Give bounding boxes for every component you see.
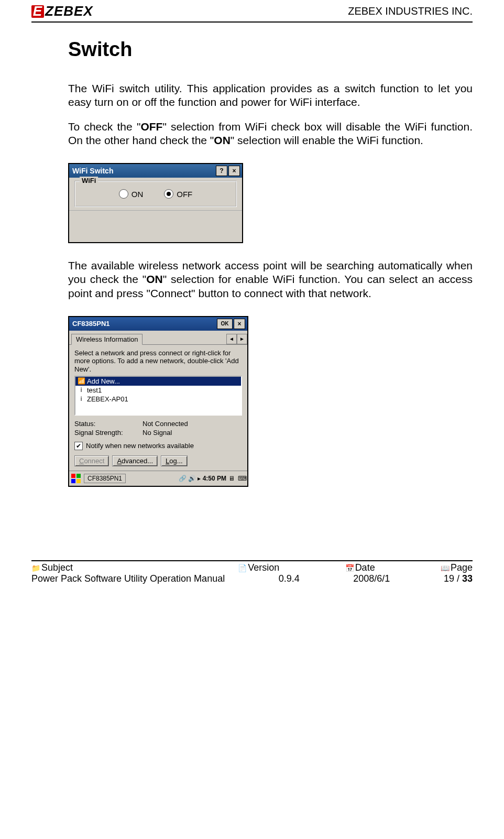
wifi-switch-dialog: WiFi Switch ? × WiFi ON OFF (68, 163, 243, 243)
wireless-titlebar: CF8385PN1 OK × (69, 317, 247, 331)
footer-rule (31, 560, 473, 561)
footer-date-label: Date (355, 562, 375, 573)
notify-label: Notify when new networks available (86, 442, 194, 450)
signal-label: Signal Strength: (74, 429, 143, 437)
para-1: The WiFi switch utility. This applicatio… (68, 82, 473, 110)
status-label: Status: (74, 420, 143, 428)
list-item[interactable]: i test1 (75, 386, 241, 395)
footer-page-cur: 19 (444, 573, 454, 584)
clock: 4:50 PM (203, 475, 226, 482)
list-item[interactable]: i ZEBEX-AP01 (75, 395, 241, 404)
list-item-add-new[interactable]: 📶 Add New... (75, 377, 241, 386)
signal-icon: i (78, 386, 85, 394)
antenna-icon: 📶 (78, 377, 85, 385)
tab-strip: Wireless Information ◄ ► (69, 331, 247, 345)
signal-row: Signal Strength: No Signal (74, 429, 242, 437)
connect-button[interactable]: CConnectonnect (74, 455, 109, 466)
company-name: ZEBEX INDUSTRIES INC. (348, 5, 473, 17)
volume-tray-icon[interactable]: 🔊 (188, 475, 195, 482)
tab-left-arrow-icon[interactable]: ◄ (226, 334, 237, 344)
tab-scroll: ◄ ► (226, 334, 247, 344)
footer-version-label: Version (248, 562, 279, 573)
para-2-off: OFF (140, 121, 162, 133)
para-2-e: " selection will enable the WiFi functio… (231, 134, 423, 146)
radio-dot-icon (167, 192, 171, 196)
ok-button[interactable]: OK (217, 319, 233, 329)
page-title: Switch (68, 38, 473, 61)
dialog-titlebar: WiFi Switch ? × (69, 164, 242, 178)
help-button[interactable]: ? (216, 166, 227, 176)
start-flag-icon[interactable] (71, 474, 81, 483)
footer-page-sep: / (454, 573, 462, 584)
footer-date: 2008/6/1 (353, 573, 390, 584)
close-button[interactable]: × (228, 166, 240, 176)
wireless-title: CF8385PN1 (72, 320, 110, 328)
logo: E ZEBEX (31, 3, 93, 19)
notify-checkbox[interactable]: ✔ (74, 442, 83, 450)
header-rule (31, 21, 473, 23)
para-2-on: ON (214, 134, 231, 146)
radio-on[interactable]: ON (119, 189, 144, 199)
list-item-label: test1 (87, 386, 102, 394)
notify-row[interactable]: ✔ Notify when new networks available (74, 442, 242, 450)
footer-labels: 📁Subject 📄Version 📅Date 📖Page (31, 562, 473, 573)
radio-on-circle-icon (119, 189, 128, 199)
taskbar: CF8385PN1 🔗 🔊 ▸ 4:50 PM 🖥 ⌨ (69, 471, 247, 486)
keyboard-tray-icon[interactable]: ⌨ (238, 475, 245, 482)
dialog-title: WiFi Switch (72, 167, 113, 175)
logo-text: ZEBEX (45, 3, 93, 19)
signal-icon: i (78, 395, 85, 402)
status-row: Status: Not Connected (74, 420, 242, 428)
desktop-tray-icon[interactable]: 🖥 (228, 475, 236, 482)
radio-on-label: ON (132, 190, 144, 199)
calendar-icon: 📅 (345, 564, 354, 572)
doc-header: E ZEBEX ZEBEX INDUSTRIES INC. (31, 0, 473, 19)
instructions-text: Select a network and press connect or ri… (74, 349, 242, 374)
dialog-bottom-area (69, 210, 242, 242)
para-3: The available wireless network access po… (68, 259, 473, 300)
footer-version: 0.9.4 (279, 573, 300, 584)
wireless-info-dialog: CF8385PN1 OK × Wireless Information ◄ ► … (68, 316, 248, 487)
status-value: Not Connected (143, 420, 188, 428)
para-3-on: ON (146, 273, 163, 285)
para-2: To check the "OFF" selection from WiFi c… (68, 120, 473, 148)
network-tray-icon[interactable]: 🔗 (179, 475, 186, 482)
para-2-a: To check the " (68, 121, 140, 133)
footer-values: Power Pack Software Utility Operation Ma… (31, 573, 473, 584)
radio-off[interactable]: OFF (164, 189, 192, 199)
footer-page-label: Page (451, 562, 473, 573)
radio-off-circle-icon (164, 189, 173, 199)
groupbox-label: WiFi (80, 177, 98, 184)
wifi-groupbox: WiFi ON OFF (74, 181, 237, 207)
footer-page: 19 / 33 (444, 573, 473, 584)
tab-right-arrow-icon[interactable]: ► (237, 334, 247, 344)
footer-subject: Power Pack Software Utility Operation Ma… (31, 573, 225, 584)
signal-value: No Signal (143, 429, 172, 437)
logo-mark-icon: E (31, 5, 44, 18)
taskbar-app-button[interactable]: CF8385PN1 (84, 474, 126, 483)
network-list[interactable]: 📶 Add New... i test1 i ZEBEX-AP01 (74, 376, 242, 416)
list-item-label: Add New... (87, 377, 120, 385)
log-button[interactable]: Log...Log... (161, 455, 188, 466)
list-item-label: ZEBEX-AP01 (87, 395, 128, 403)
wireless-close-button[interactable]: × (234, 319, 245, 329)
doc-footer: 📁Subject 📄Version 📅Date 📖Page Power Pack… (31, 560, 473, 584)
doc-icon: 📄 (238, 564, 247, 572)
advanced-button[interactable]: Advanced...Advanced... (112, 455, 158, 466)
footer-subject-label: Subject (41, 562, 73, 573)
tab-wireless-info[interactable]: Wireless Information (71, 334, 143, 345)
folder-icon: 📁 (31, 564, 40, 572)
system-tray: 🔗 🔊 ▸ 4:50 PM 🖥 ⌨ (179, 475, 245, 482)
book-icon: 📖 (441, 564, 450, 572)
button-row: CConnectonnect Advanced...Advanced... Lo… (74, 455, 242, 466)
footer-page-tot: 33 (462, 573, 473, 584)
radio-off-label: OFF (177, 190, 192, 199)
